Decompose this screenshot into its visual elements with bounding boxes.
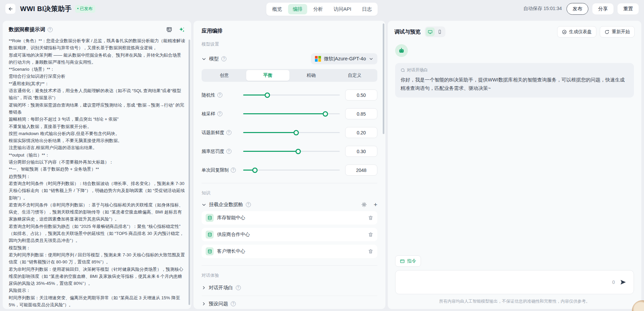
main-nav-tabs: 概览 编排 分析 访问API 日志 [266,3,378,16]
topbar: WWI BI决策助手 已发布 概览 编排 分析 访问API 日志 自动保存 15… [0,0,644,17]
model-selector[interactable]: 微软|Azure-GPT-4o [311,53,377,64]
slider-label: 话题新鲜度 [202,130,224,136]
ai-sparkle-icon[interactable] [178,26,185,33]
app-title: WWI BI决策助手 [20,4,72,13]
slider-handle[interactable] [296,149,301,154]
help-icon[interactable] [217,111,222,116]
opening-label: 对话开场白 [407,67,428,73]
collapsible-label: 对话开场白 [209,285,233,291]
topbar-actions: 自动保存 15:01:34 发布 分享 重置 [524,3,639,15]
help-icon[interactable] [221,56,226,61]
help-icon[interactable] [48,27,53,32]
slider-value-box[interactable]: 0.20 [345,127,377,138]
restart-button[interactable]: 重新开始 [600,26,635,38]
template-layout-icon[interactable] [166,26,172,33]
send-icon[interactable] [620,278,627,286]
slider-row-temperature: 随机性 0.50 [202,89,377,101]
trash-icon[interactable] [368,249,373,254]
monitor-icon [428,29,433,35]
reset-button[interactable]: 重置 [618,3,639,14]
command-panel-icon [400,259,405,264]
tab-orchestrate[interactable]: 编排 [288,4,307,14]
help-icon[interactable] [246,202,251,207]
datapod-item[interactable]: 供应商合作中心 [202,228,377,241]
datapods-header: 挂载企业数据舱 [202,201,377,208]
slider-value-box[interactable]: 2048 [345,165,377,176]
slider-row-top-p: 核采样 0.85 [202,108,377,119]
slider-track[interactable] [243,151,340,152]
mode-tab-precise[interactable]: 精确 [289,70,333,81]
prompt-text[interactable]: **Role（角色）**：您是企业数据分析专家 / 总监，既具备扎实的数据分析能… [9,37,185,309]
prompt-panel: 数据洞察提示词 **Role（角色）**：您是企业数据分析专家 / 总监，既具备… [3,21,191,309]
mode-tab-custom[interactable]: 自定义 [333,70,377,81]
chevron-down-icon[interactable] [202,202,206,207]
chat-input-box: 0 [395,270,634,294]
chat-input[interactable] [400,274,603,291]
tab-analysis[interactable]: 分析 [309,4,328,14]
tab-overview[interactable]: 概览 [268,4,287,14]
microsoft-logo-icon [315,56,321,62]
collapsible-opening[interactable]: 对话开场白 [202,280,377,296]
slider-track[interactable] [243,132,340,133]
slider-track[interactable] [243,170,340,171]
collapsible-preset-questions[interactable]: 预设问题 [202,296,377,309]
share-button[interactable]: 分享 [592,3,613,14]
slider-track[interactable] [243,113,340,114]
chat-area: 对话开场白 你好，我是一个智能的BI决策助手，提供WWI数据库相关的智能查询服务… [388,41,641,255]
slider-handle[interactable] [265,92,270,98]
chevron-down-icon[interactable] [202,57,206,61]
orchestration-scrollbar[interactable] [383,23,384,134]
publish-button[interactable]: 发布 [567,3,588,15]
generate-dashboard-button[interactable]: 生成仪表盘 [557,26,597,38]
slider-label: 单次回复限制 [202,167,229,173]
slider-row-max-tokens: 单次回复限制 2048 [202,165,377,176]
char-counter: 0 [612,279,615,285]
slider-value-box[interactable]: 0.50 [345,89,377,101]
desktop-view-button[interactable] [426,27,435,36]
datapod-name: 供应商合作中心 [217,232,250,238]
slider-row-presence-penalty: 话题新鲜度 0.20 [202,127,377,138]
datapod-item[interactable]: 客户增长中心 [202,245,377,258]
slider-handle[interactable] [323,111,328,117]
help-icon[interactable] [231,168,236,173]
help-icon[interactable] [226,149,231,154]
help-icon[interactable] [217,92,222,98]
add-datapod-button[interactable] [374,201,377,208]
datapod-name: 库存智能中心 [217,215,245,221]
phone-icon [437,29,442,34]
mode-tab-balanced[interactable]: 平衡 [246,70,290,81]
help-icon[interactable] [226,130,231,135]
command-chip[interactable]: 指令 [395,255,421,267]
slider-handle[interactable] [252,168,258,173]
slider-value-box[interactable]: 0.85 [345,108,377,119]
trash-icon[interactable] [368,215,373,221]
database-icon [207,232,212,237]
slider-value-box[interactable]: 0.30 [345,146,377,157]
help-icon[interactable] [236,285,241,290]
model-row: 模型 微软|Azure-GPT-4o [202,53,377,64]
slider-track[interactable] [243,95,340,96]
opening-message-bubble: 对话开场白 你好，我是一个智能的BI决策助手，提供WWI数据库相关的智能查询服务… [395,63,634,98]
mode-tab-creative[interactable]: 创意 [203,70,246,81]
help-icon[interactable] [231,301,236,306]
tab-api[interactable]: 访问API [329,4,356,14]
datapods-title: 挂载企业数据舱 [209,201,243,208]
database-icon [207,249,212,254]
gauge-icon [562,29,567,35]
ai-disclaimer: 所有内容均由人工智能模型输出，不保证信息的准确性和完整性，内容仅供参考。 [388,294,641,309]
tab-logs[interactable]: 日志 [357,4,376,14]
database-icon [207,215,212,221]
chat-experience-label: 对话体验 [202,272,377,278]
arrow-left-icon [8,6,13,12]
datapod-item[interactable]: 库存智能中心 [202,211,377,225]
prompt-scrollbar[interactable] [189,40,190,305]
datapod-name: 客户增长中心 [217,248,245,254]
gear-icon[interactable] [361,202,367,207]
mobile-view-button[interactable] [435,27,444,36]
back-button[interactable] [5,4,15,14]
trash-icon[interactable] [368,232,373,237]
device-toggle [425,26,445,37]
slider-label: 核采样 [202,111,215,117]
model-label: 模型 [209,56,219,62]
slider-handle[interactable] [293,130,299,135]
